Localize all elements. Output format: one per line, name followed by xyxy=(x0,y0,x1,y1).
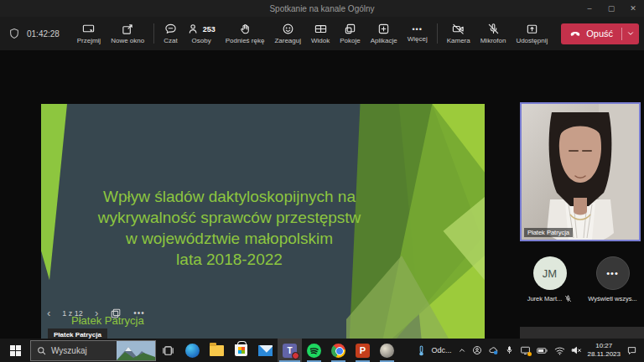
toolbar-label: Aplikacje xyxy=(371,37,397,44)
action-center-icon[interactable] xyxy=(626,345,637,355)
leave-label: Opuść xyxy=(586,28,613,39)
search-icon xyxy=(37,346,46,355)
toolbar-button-chat[interactable]: Czat xyxy=(158,17,182,50)
toolbar-label: Widok xyxy=(311,37,330,44)
tray-person-icon[interactable] xyxy=(472,345,482,355)
microsoft-store-icon xyxy=(235,344,247,356)
new-window-icon xyxy=(122,23,134,35)
toolbar-label: Przejmij xyxy=(77,37,101,44)
show-all-participants[interactable]: ••• Wyświetl wszys... xyxy=(583,256,643,303)
share-screen-icon xyxy=(526,23,538,35)
breakout-rooms-icon xyxy=(344,23,356,35)
task-view-button[interactable] xyxy=(156,339,180,362)
spotify-icon xyxy=(307,344,321,358)
slide-title-line: wykrywalność sprawców przestępstw xyxy=(73,207,386,228)
gallery-view-icon xyxy=(314,23,327,35)
tray-mic-icon[interactable] xyxy=(505,345,514,355)
toolbar-label: Pokoje xyxy=(340,37,360,44)
toolbar-label: Czat xyxy=(164,37,177,44)
slide-position: 1 z 12 xyxy=(62,309,83,318)
toolbar-label: Mikrofon xyxy=(480,37,506,44)
taskbar-app-edge[interactable] xyxy=(180,339,205,362)
clock-time: 10:27 xyxy=(588,342,621,350)
toolbar-button-apps[interactable]: Aplikacje xyxy=(366,17,402,50)
battery-icon[interactable] xyxy=(537,346,548,355)
slide-title: Wpływ śladów daktyloskopijnych na wykryw… xyxy=(73,186,386,270)
slide-navigation: ‹ 1 z 12 › ••• xyxy=(47,307,145,319)
taskbar-app-store[interactable] xyxy=(229,339,253,362)
toolbar-button-new-window[interactable]: Nowe okno xyxy=(106,17,149,50)
video-name-label: Płatek Patrycja xyxy=(524,228,573,237)
participant-video-tile[interactable]: Płatek Patrycja xyxy=(520,102,641,241)
next-slide-button[interactable]: › xyxy=(95,307,98,319)
smiley-icon xyxy=(282,23,294,35)
start-button[interactable] xyxy=(0,339,30,362)
taskbar-clock[interactable]: 10:27 28.11.2023 xyxy=(588,342,621,359)
globe-app-icon xyxy=(380,344,394,358)
toolbar-button-rooms[interactable]: Pokoje xyxy=(335,17,365,50)
wifi-icon[interactable] xyxy=(554,346,565,355)
teams-icon: T xyxy=(283,344,297,358)
participant-video-illustration xyxy=(522,104,639,240)
file-explorer-icon xyxy=(210,345,224,356)
slide-title-line: Wpływ śladów daktyloskopijnych na xyxy=(73,186,386,207)
slide-nav-more-button[interactable]: ••• xyxy=(133,308,145,318)
raise-hand-icon xyxy=(239,23,252,35)
taskbar-app-mail[interactable] xyxy=(253,339,278,362)
meeting-timer-wrap: 01:42:28 xyxy=(8,28,60,39)
toolbar-button-share[interactable]: Udostępnij xyxy=(511,17,553,50)
previous-slide-button[interactable]: ‹ xyxy=(47,307,50,319)
taskbar-app-spotify[interactable] xyxy=(302,339,326,362)
toolbar-label: Nowe okno xyxy=(111,37,144,44)
screen-share-tray-icon[interactable] xyxy=(520,345,531,355)
toolbar-button-raise-hand[interactable]: Podnieś rękę xyxy=(221,17,270,50)
search-highlight-image xyxy=(117,341,155,360)
toolbar-button-more[interactable]: ••• Więcej xyxy=(402,17,433,50)
taskbar-app-teams[interactable]: T xyxy=(278,339,302,362)
toolbar-divider xyxy=(153,23,154,44)
ellipsis-avatar: ••• xyxy=(596,256,630,290)
powerpoint-icon: P xyxy=(356,344,370,358)
taskbar-app-chrome[interactable] xyxy=(326,339,351,362)
participant-name-label: Jurek Mart... xyxy=(527,295,563,303)
windows-taskbar: Wyszukaj T P Odc... xyxy=(0,339,644,362)
volume-muted-icon[interactable] xyxy=(571,345,582,355)
mail-icon xyxy=(258,345,273,356)
hangup-phone-icon xyxy=(569,28,581,39)
leave-button[interactable]: Opuść xyxy=(561,23,639,44)
toolbar-label: Więcej xyxy=(408,35,428,43)
camera-off-icon xyxy=(452,23,465,35)
taskbar-app-explorer[interactable] xyxy=(205,339,229,362)
tray-expand-chevron-icon[interactable] xyxy=(458,346,466,354)
leave-options-button[interactable] xyxy=(622,23,639,44)
clock-date: 28.11.2023 xyxy=(588,350,621,359)
toolbar-button-react[interactable]: Zareaguj xyxy=(269,17,306,50)
participant-jurek[interactable]: JM Jurek Mart... xyxy=(520,256,580,303)
toolbar-button-mic[interactable]: Mikrofon xyxy=(475,17,512,50)
search-placeholder: Wyszukaj xyxy=(51,346,87,355)
window-title: Spotkanie na kanale Ogólny xyxy=(0,4,644,13)
shield-icon xyxy=(8,28,20,39)
toolbar-label: Osoby xyxy=(192,37,211,44)
slide-title-line: lata 2018-2022 xyxy=(73,249,386,270)
edge-icon xyxy=(185,344,200,358)
toolbar-button-takeover[interactable]: Przejmij xyxy=(72,17,106,50)
screen-share-icon xyxy=(82,23,95,35)
slide-thumbnails-icon[interactable] xyxy=(110,308,122,319)
apps-plus-icon xyxy=(377,23,390,35)
taskbar-search[interactable]: Wyszukaj xyxy=(30,340,156,361)
people-icon xyxy=(188,23,200,35)
taskbar-app-powerpoint[interactable]: P xyxy=(351,339,375,362)
onedrive-cloud-icon[interactable] xyxy=(488,345,499,355)
window-titlebar: Spotkanie na kanale Ogólny – ▢ ✕ xyxy=(0,0,644,17)
toolbar-button-view[interactable]: Widok xyxy=(306,17,335,50)
toolbar-button-people[interactable]: 253 Osoby xyxy=(183,17,221,50)
taskbar-app-globe[interactable] xyxy=(375,339,399,362)
weather-thermometer-icon[interactable] xyxy=(417,345,426,356)
slide-title-line: w województwie małopolskim xyxy=(73,228,386,249)
people-count-badge: 253 xyxy=(203,25,216,34)
weather-label[interactable]: Odc... xyxy=(432,346,452,354)
meeting-toolbar: 01:42:28 Przejmij Nowe okno Czat xyxy=(0,17,644,50)
toolbar-button-camera[interactable]: Kamera xyxy=(442,17,475,50)
toolbar-label: Kamera xyxy=(447,37,470,44)
